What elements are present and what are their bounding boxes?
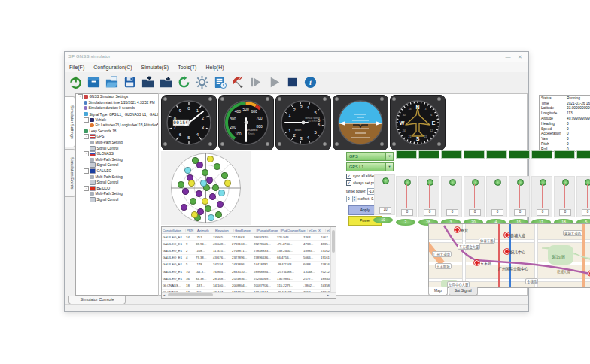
tree-item[interactable]: -BEIDOU bbox=[76, 186, 159, 192]
tree-item[interactable]: Multi-Path Setting bbox=[76, 140, 159, 146]
satellite-dot[interactable] bbox=[190, 198, 196, 205]
tree-item[interactable]: Multi-Path Setting bbox=[76, 191, 159, 197]
channel-slider[interactable]: 0 bbox=[486, 176, 507, 217]
satellite-dot[interactable] bbox=[178, 181, 184, 188]
satellite-dot[interactable] bbox=[202, 169, 208, 176]
satellite-dot[interactable] bbox=[205, 205, 211, 212]
slider-knob[interactable] bbox=[540, 179, 546, 186]
column-header[interactable]: Constellation bbox=[162, 229, 186, 232]
master-prn-badge[interactable]: 10 bbox=[373, 217, 393, 223]
table-hscrollbar[interactable]: ◄ ► bbox=[162, 292, 336, 298]
table-row[interactable]: GALILEO_E12-108...11.315...2768871...278… bbox=[162, 247, 336, 254]
satellite-dot[interactable] bbox=[214, 163, 220, 170]
satellite-dot[interactable] bbox=[209, 193, 216, 200]
offset-left-input[interactable]: 0 bbox=[346, 196, 351, 202]
tab-simulator-settings[interactable]: Simulator Settings bbox=[65, 96, 75, 147]
table-row[interactable]: GALILEO_E134-757...74.665...2174663...26… bbox=[162, 234, 336, 241]
satellite-dot[interactable] bbox=[196, 190, 202, 197]
power-icon[interactable] bbox=[67, 74, 84, 91]
tree-expand-toggle[interactable]: - bbox=[84, 134, 89, 139]
settings-tree[interactable]: -GNSS Simulator SettingsSimulation start… bbox=[75, 93, 160, 296]
table-row[interactable]: GALILEO_E1479.38...43.676...2327896...23… bbox=[162, 255, 336, 262]
channel-slider[interactable]: 0 bbox=[509, 176, 530, 217]
tree-expand-toggle[interactable]: - bbox=[84, 168, 89, 174]
column-header[interactable]: Elevation bbox=[214, 229, 234, 232]
channel-slider[interactable]: 0 bbox=[554, 176, 575, 217]
column-header[interactable]: PsdChangeRate bbox=[281, 229, 308, 232]
menu-item-1[interactable]: Configuration(C) bbox=[89, 65, 136, 70]
refresh-icon[interactable] bbox=[175, 74, 192, 91]
satellite-dot[interactable] bbox=[184, 167, 191, 174]
satellite-dot[interactable] bbox=[188, 180, 195, 187]
prn-badge[interactable]: 2 bbox=[396, 219, 415, 226]
satellite-dot[interactable] bbox=[221, 172, 228, 179]
channel-slider[interactable]: 0 bbox=[396, 176, 417, 217]
close-button[interactable]: ✕ bbox=[515, 53, 525, 61]
satellite-dot[interactable] bbox=[192, 157, 199, 164]
column-header[interactable]: GeoRange bbox=[234, 229, 257, 232]
satellite-dot[interactable] bbox=[217, 201, 224, 208]
channel-slider[interactable]: 0 bbox=[531, 176, 552, 217]
tree-item[interactable]: -GNSS Simulator Settings bbox=[76, 94, 159, 100]
tree-item[interactable]: Simulation start time 1/26/2021 4:33:52 … bbox=[76, 100, 159, 106]
column-header[interactable]: PRN bbox=[186, 229, 196, 232]
channel-slider[interactable]: 0 bbox=[441, 176, 462, 217]
tree-expand-toggle[interactable]: - bbox=[84, 117, 89, 123]
satellite-dot[interactable] bbox=[208, 214, 214, 221]
slider-knob[interactable] bbox=[472, 179, 479, 186]
map-view[interactable]: 杨箕黄埔大道妇儿中心五羊邨猎德广州国际金融中心珠江公园花城大道广州大道中黄埔大道… bbox=[428, 223, 590, 288]
folder-export-icon[interactable] bbox=[139, 74, 156, 91]
tab-simulation-points[interactable]: Simulation Points bbox=[65, 149, 75, 197]
chevron-down-icon[interactable]: ▼ bbox=[385, 153, 393, 160]
satellite-dot[interactable] bbox=[206, 177, 213, 184]
info-icon[interactable]: i bbox=[302, 74, 318, 91]
tree-item[interactable]: Fix Latitude=23,Longitude=113,Altitude=5… bbox=[76, 123, 159, 129]
settings-gear-icon[interactable] bbox=[193, 74, 210, 91]
column-header[interactable]: Azimuth bbox=[196, 229, 214, 232]
channel-slider[interactable]: 0 bbox=[418, 176, 439, 217]
tab-map[interactable]: Map bbox=[428, 287, 448, 296]
signal-dropdown[interactable]: GPS L1▼ bbox=[346, 162, 394, 171]
scroll-left-icon[interactable]: ◄ bbox=[163, 293, 166, 297]
satellite-dot[interactable] bbox=[200, 180, 207, 187]
offset-left-stepper[interactable]: ▲▼ bbox=[352, 196, 357, 202]
table-vscrollbar[interactable] bbox=[330, 227, 336, 293]
tree-expand-toggle[interactable]: - bbox=[84, 186, 89, 191]
satellite-dot[interactable] bbox=[215, 211, 222, 218]
tree-item[interactable]: Signal Control bbox=[76, 197, 159, 203]
satellite-icon[interactable] bbox=[230, 74, 246, 91]
column-header[interactable]: PseudoRange bbox=[257, 229, 281, 232]
channel-slider[interactable]: 0 bbox=[576, 176, 590, 217]
table-row[interactable]: GALILEO_E170-44.3...76.804...2833510...2… bbox=[162, 268, 336, 275]
tree-item[interactable]: -GPS bbox=[76, 134, 159, 140]
satellite-dot[interactable] bbox=[224, 180, 231, 187]
satellite-dot[interactable] bbox=[202, 198, 208, 205]
menu-item-4[interactable]: Help(H) bbox=[201, 65, 228, 70]
satellite-dot[interactable] bbox=[207, 156, 214, 162]
tree-item[interactable]: Signal Type: GPS L1、GLONASS L1、GALILEO bbox=[76, 111, 159, 117]
tree-item[interactable]: Signal Control bbox=[76, 162, 159, 168]
menu-item-0[interactable]: File(F) bbox=[65, 65, 89, 70]
satellite-dot[interactable] bbox=[182, 188, 189, 195]
menu-item-2[interactable]: Simulate(S) bbox=[137, 65, 174, 70]
sync-all-sliders-checkbox[interactable]: ✓sync all sliders bbox=[346, 174, 376, 179]
satellite-dot[interactable] bbox=[212, 184, 219, 191]
tree-item[interactable]: -GALILEO bbox=[76, 168, 159, 174]
open-project-icon[interactable] bbox=[103, 74, 120, 91]
tree-item[interactable]: -Vehicle bbox=[76, 117, 159, 123]
folder-import-icon[interactable] bbox=[157, 74, 174, 91]
satellite-dot[interactable] bbox=[218, 190, 225, 196]
scroll-right-icon[interactable]: ► bbox=[327, 293, 330, 297]
master-slider[interactable]: 10 bbox=[374, 174, 395, 215]
column-header[interactable]: trCen_X bbox=[308, 229, 326, 232]
tree-item[interactable]: Multi-Path Setting bbox=[76, 174, 159, 180]
slider-knob[interactable] bbox=[449, 179, 456, 186]
satellite-dot[interactable] bbox=[181, 204, 187, 211]
tab-sat-signal[interactable]: Sat Signal bbox=[449, 287, 478, 296]
tree-item[interactable]: Leap Seconds 18 bbox=[76, 129, 159, 135]
step-run-icon[interactable] bbox=[248, 74, 264, 91]
tree-item[interactable]: Simulation duration 0 seconds bbox=[76, 105, 159, 111]
save-icon[interactable] bbox=[121, 74, 138, 91]
satellite-dot[interactable] bbox=[191, 211, 198, 218]
minimize-button[interactable]: — bbox=[503, 53, 513, 61]
